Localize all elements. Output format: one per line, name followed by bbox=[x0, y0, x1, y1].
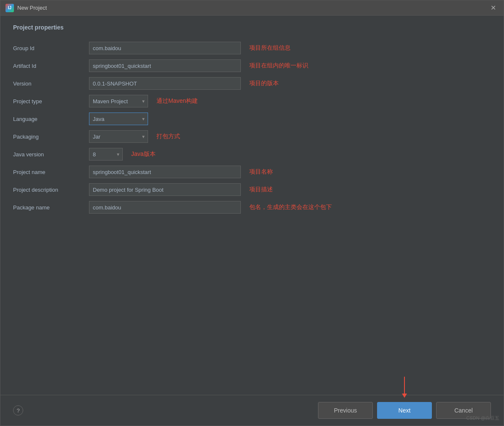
footer-left: ? bbox=[13, 405, 23, 415]
package-name-label: Package name bbox=[13, 200, 89, 215]
java-version-field: 8 11 17 ▼ Java版本 bbox=[89, 145, 491, 163]
version-field: 项目的版本 bbox=[89, 75, 491, 92]
dialog-footer: ? Previous Next Cancel bbox=[0, 395, 504, 426]
dialog-title: New Project bbox=[17, 5, 47, 11]
next-button-wrapper: Next bbox=[377, 402, 432, 419]
arrow-head-icon bbox=[402, 394, 407, 398]
java-version-label: Java version bbox=[13, 147, 89, 162]
package-name-annotation: 包名，生成的主类会在这个包下 bbox=[249, 204, 332, 211]
project-description-label: Project description bbox=[13, 182, 89, 197]
package-name-input[interactable] bbox=[89, 201, 241, 214]
packaging-wrapper: Jar War ▼ bbox=[89, 130, 148, 143]
project-name-annotation: 项目名称 bbox=[249, 168, 273, 176]
project-name-label: Project name bbox=[13, 165, 89, 180]
previous-button[interactable]: Previous bbox=[318, 402, 373, 419]
artifact-id-annotation: 项目在组内的唯一标识 bbox=[249, 62, 308, 70]
java-version-select[interactable]: 8 11 17 bbox=[89, 148, 123, 161]
form-grid: Group Id 项目所在组信息 Artifact Id 项目在组内的唯一标识 … bbox=[13, 39, 491, 216]
arrow-line bbox=[404, 377, 405, 394]
language-select[interactable]: Java Kotlin Groovy bbox=[89, 113, 148, 125]
artifact-id-field: 项目在组内的唯一标识 bbox=[89, 57, 491, 75]
help-button[interactable]: ? bbox=[13, 405, 23, 415]
packaging-field: Jar War ▼ 打包方式 bbox=[89, 128, 491, 145]
group-id-annotation: 项目所在组信息 bbox=[249, 44, 291, 52]
language-label: Language bbox=[13, 112, 89, 126]
titlebar: IJ New Project ✕ bbox=[0, 0, 504, 16]
project-type-annotation: 通过Maven构建 bbox=[156, 97, 198, 105]
dialog-content: Project properties Group Id 项目所在组信息 Arti… bbox=[0, 16, 504, 395]
project-description-input[interactable] bbox=[89, 183, 241, 196]
watermark: CSDN @白豆五 bbox=[466, 415, 499, 421]
close-button[interactable]: ✕ bbox=[488, 4, 499, 12]
project-description-annotation: 项目描述 bbox=[249, 186, 273, 193]
version-label: Version bbox=[13, 76, 89, 91]
package-name-field: 包名，生成的主类会在这个包下 bbox=[89, 198, 491, 216]
packaging-label: Packaging bbox=[13, 129, 89, 144]
language-wrapper: Java Kotlin Groovy ▼ bbox=[89, 113, 148, 125]
project-name-field: 项目名称 bbox=[89, 163, 491, 181]
group-id-field: 项目所在组信息 bbox=[89, 39, 491, 57]
project-name-input[interactable] bbox=[89, 166, 241, 178]
version-annotation: 项目的版本 bbox=[249, 80, 279, 87]
packaging-select[interactable]: Jar War bbox=[89, 130, 148, 143]
java-version-wrapper: 8 11 17 ▼ bbox=[89, 148, 123, 161]
project-type-field: Maven Project Gradle Project ▼ 通过Maven构建 bbox=[89, 92, 491, 110]
group-id-label: Group Id bbox=[13, 41, 89, 56]
group-id-input[interactable] bbox=[89, 42, 241, 54]
packaging-annotation: 打包方式 bbox=[156, 133, 180, 140]
app-icon: IJ bbox=[5, 4, 14, 12]
artifact-id-label: Artifact Id bbox=[13, 59, 89, 73]
new-project-dialog: IJ New Project ✕ Project properties Grou… bbox=[0, 0, 504, 426]
project-type-wrapper: Maven Project Gradle Project ▼ bbox=[89, 95, 148, 107]
next-button[interactable]: Next bbox=[377, 402, 432, 419]
titlebar-left: IJ New Project bbox=[5, 4, 47, 12]
section-title: Project properties bbox=[13, 24, 491, 31]
footer-right: Previous Next Cancel bbox=[318, 402, 491, 419]
java-version-annotation: Java版本 bbox=[131, 150, 156, 158]
version-input[interactable] bbox=[89, 77, 241, 90]
project-type-label: Project type bbox=[13, 94, 89, 109]
project-description-field: 项目描述 bbox=[89, 181, 491, 198]
artifact-id-input[interactable] bbox=[89, 59, 241, 72]
project-type-select[interactable]: Maven Project Gradle Project bbox=[89, 95, 148, 107]
next-arrow-indicator bbox=[402, 377, 407, 398]
language-field: Java Kotlin Groovy ▼ bbox=[89, 110, 491, 128]
